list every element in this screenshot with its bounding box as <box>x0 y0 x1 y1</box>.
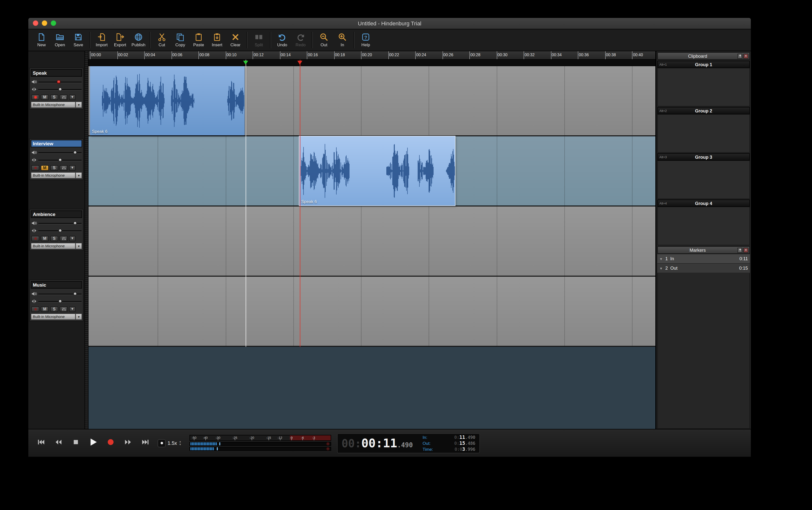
track-lane-music[interactable] <box>89 277 655 347</box>
solo-button[interactable]: S <box>50 235 58 241</box>
toolbar-paste-button[interactable]: Paste <box>189 30 208 50</box>
track-lane-speak[interactable]: Speak 6 <box>89 66 655 136</box>
track-options-button[interactable]: ▾ <box>69 306 76 312</box>
volume-thumb[interactable] <box>73 292 77 295</box>
record-arm-button[interactable] <box>31 306 39 312</box>
toolbar-export-button[interactable]: Export <box>111 30 129 50</box>
toolbar-save-button[interactable]: Save <box>69 30 88 50</box>
record-arm-button[interactable] <box>31 235 39 241</box>
pin-icon[interactable] <box>738 248 742 253</box>
speed-stepper[interactable]: ▲▼ <box>179 440 181 446</box>
zoom-window-button[interactable] <box>51 20 56 26</box>
pan-thumb[interactable] <box>58 300 62 303</box>
pan-thumb[interactable] <box>58 88 62 91</box>
timeline-area[interactable]: 00:00 00:02 00:04 00:06 00:08 00:10 00:1… <box>89 51 655 429</box>
clipboard-group-body[interactable] <box>657 68 750 107</box>
track-name-label[interactable]: Music <box>31 281 82 289</box>
marker-lane[interactable] <box>89 60 655 66</box>
clipboard-group-header[interactable]: Alt+1 Group 1 <box>657 61 750 68</box>
titlebar[interactable]: Untitled - Hindenburg Trial <box>28 18 751 29</box>
eq-button[interactable] <box>60 235 68 241</box>
marker-row[interactable]: ▼ 2 Out 0:15 <box>657 264 750 273</box>
record-arm-button[interactable] <box>31 165 39 170</box>
track-options-button[interactable]: ▾ <box>69 235 76 241</box>
solo-button[interactable]: S <box>50 165 58 170</box>
clipboard-group-header[interactable]: Alt+2 Group 2 <box>657 107 750 114</box>
disclosure-icon[interactable]: ▼ <box>659 257 663 260</box>
audio-clip[interactable]: Speak 6 <box>90 66 245 135</box>
marker-row[interactable]: ▼ 1 In 0:11 <box>657 254 750 264</box>
toolbar-clear-button[interactable]: Clear <box>226 30 245 50</box>
pan-slider[interactable] <box>38 157 82 163</box>
play-button[interactable] <box>88 437 98 449</box>
clipboard-group-body[interactable] <box>657 161 750 199</box>
solo-button[interactable]: S <box>50 306 58 312</box>
clipboard-group-body[interactable] <box>657 114 750 153</box>
stop-button[interactable] <box>70 437 81 449</box>
stepper-up-icon[interactable]: ▲ <box>179 440 181 443</box>
speed-toggle-button[interactable] <box>158 439 166 447</box>
volume-slider[interactable] <box>38 220 82 226</box>
toolbar-in-button[interactable]: In <box>333 30 352 50</box>
volume-thumb[interactable] <box>73 151 77 154</box>
close-window-button[interactable] <box>33 20 38 26</box>
volume-slider[interactable] <box>38 150 82 155</box>
toolbar-split-button[interactable]: Split <box>250 30 268 50</box>
input-device-select[interactable]: Built-in Microphone ▼ <box>31 313 82 320</box>
track-name-label[interactable]: Interview <box>31 140 82 147</box>
toolbar-cut-button[interactable]: Cut <box>153 30 171 50</box>
input-device-select[interactable]: Built-in Microphone ▼ <box>31 172 82 179</box>
stepper-down-icon[interactable]: ▼ <box>179 443 181 446</box>
toolbar-import-button[interactable]: Import <box>92 30 111 50</box>
mute-button[interactable]: M <box>41 306 49 312</box>
go-to-start-button[interactable] <box>35 437 46 449</box>
mute-button[interactable]: M <box>41 94 49 100</box>
close-icon[interactable]: × <box>743 54 748 58</box>
playhead-line[interactable] <box>246 60 246 347</box>
go-to-end-button[interactable] <box>140 437 151 449</box>
record-button[interactable] <box>105 437 116 449</box>
clipboard-group-header[interactable]: Alt+4 Group 4 <box>657 200 750 207</box>
eq-button[interactable] <box>60 306 68 312</box>
volume-slider[interactable] <box>38 291 82 296</box>
toolbar-undo-button[interactable]: Undo <box>273 30 291 50</box>
in-marker-icon[interactable] <box>243 61 248 65</box>
toolbar-copy-button[interactable]: Copy <box>171 30 189 50</box>
track-name-label[interactable]: Ambience <box>31 210 82 218</box>
toolbar-out-button[interactable]: Out <box>315 30 333 50</box>
volume-slider[interactable] <box>38 79 82 85</box>
track-options-button[interactable]: ▾ <box>69 165 76 170</box>
track-lane-interview[interactable]: Speak 6 <box>89 136 655 206</box>
volume-thumb[interactable] <box>73 221 77 225</box>
mute-button[interactable]: M <box>41 235 49 241</box>
pin-icon[interactable] <box>738 54 742 58</box>
rewind-button[interactable] <box>53 437 64 449</box>
record-arm-button[interactable] <box>31 94 39 100</box>
mute-button[interactable]: M <box>41 165 49 170</box>
track-lane-ambience[interactable] <box>89 206 655 277</box>
toolbar-new-button[interactable]: New <box>32 30 51 50</box>
toolbar-open-button[interactable]: Open <box>51 30 69 50</box>
out-marker-icon[interactable] <box>297 61 302 65</box>
track-options-button[interactable]: ▾ <box>69 94 76 100</box>
toolbar-publish-button[interactable]: Publish <box>129 30 148 50</box>
disclosure-icon[interactable]: ▼ <box>659 266 663 270</box>
pan-slider[interactable] <box>38 87 82 92</box>
volume-thumb[interactable] <box>57 80 60 84</box>
panel-resize-gutter[interactable] <box>85 51 89 429</box>
pan-slider[interactable] <box>38 299 82 304</box>
pan-thumb[interactable] <box>58 229 62 232</box>
pan-thumb[interactable] <box>58 158 62 162</box>
time-ruler[interactable]: 00:00 00:02 00:04 00:06 00:08 00:10 00:1… <box>89 51 655 60</box>
pan-slider[interactable] <box>38 228 82 233</box>
clipboard-group-body[interactable] <box>657 207 750 245</box>
fast-forward-button[interactable] <box>122 437 133 449</box>
toolbar-help-button[interactable]: ? Help <box>357 30 375 50</box>
toolbar-insert-button[interactable]: Insert <box>208 30 226 50</box>
eq-button[interactable] <box>60 165 68 170</box>
minimize-window-button[interactable] <box>42 20 47 26</box>
track-name-label[interactable]: Speak <box>31 69 82 77</box>
clipboard-group-header[interactable]: Alt+3 Group 3 <box>657 153 750 161</box>
input-device-select[interactable]: Built-in Microphone ▼ <box>31 102 82 108</box>
eq-button[interactable] <box>60 94 68 100</box>
